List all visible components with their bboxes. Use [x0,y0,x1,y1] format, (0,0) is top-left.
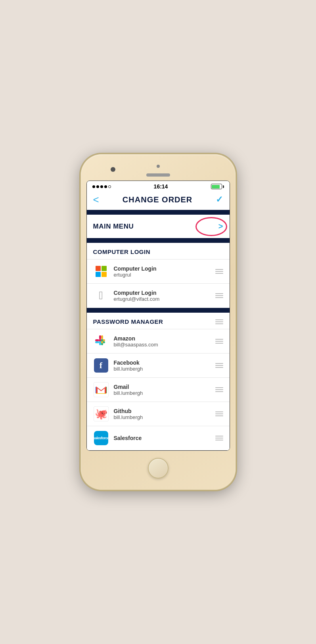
svg-rect-12 [101,341,103,343]
facebook-icon-container: f [93,358,109,373]
battery-fill [212,185,220,188]
drag-handle[interactable] [215,363,223,368]
apple-icon-container:  [93,288,109,304]
item-sub: bill@saaspass.com [114,342,215,348]
confirm-button[interactable]: ✓ [216,194,223,205]
signal-dot-3 [100,185,103,188]
status-time: 16:14 [154,183,168,190]
item-text: Computer Login ertugrul [114,265,215,278]
svg-rect-3 [101,335,103,339]
phone-camera [111,167,115,172]
svg-rect-2 [95,339,99,341]
section-drag-handle[interactable] [215,319,223,324]
github-icon-container: 🐙 [93,406,109,422]
phone-screen: 16:14 < CHANGE ORDER ✓ MAIN MENU > [86,181,230,451]
item-sub: ertugrul [114,272,215,278]
svg-rect-1 [99,335,101,339]
item-name: Computer Login [114,265,215,272]
github-icon: 🐙 [94,406,109,421]
list-item[interactable]: Gmail bill.lumbergh [87,378,230,402]
home-button[interactable] [148,458,169,479]
battery-tip [223,185,224,188]
main-menu-row[interactable]: MAIN MENU > [87,215,230,238]
page-title: CHANGE ORDER [123,195,192,204]
second-dark-band [87,308,230,313]
item-text: Gmail bill.lumbergh [114,384,215,396]
item-text: Salesforce [114,435,215,441]
phone-speaker [146,173,170,177]
top-dark-band [87,210,230,215]
gmail-icon [94,382,109,397]
computer-login-label: COMPUTER LOGIN [93,248,151,255]
win-blue [96,272,101,277]
drag-handle[interactable] [215,436,223,440]
slack-icon [94,334,109,349]
main-menu-label: MAIN MENU [93,223,134,231]
signal-dot-2 [96,185,99,188]
item-text: Github bill.lumbergh [114,408,215,420]
svg-rect-11 [99,341,101,343]
battery-indicator [211,184,224,189]
item-name: Gmail [114,384,215,390]
list-item[interactable]: 🐙 Github bill.lumbergh [87,402,230,426]
item-sub: bill.lumbergh [114,390,215,396]
phone-bottom [86,451,230,483]
item-sub: ertugrul@vifact.com [114,296,215,302]
list-item[interactable]: Amazon bill@saaspass.com [87,329,230,354]
item-name: Salesforce [114,435,215,441]
phone-dot [157,165,160,168]
computer-login-header: COMPUTER LOGIN [87,243,230,260]
svg-text:🐙: 🐙 [95,408,108,420]
item-sub: bill.lumbergh [114,366,215,372]
facebook-icon: f [94,358,108,373]
signal-indicator [92,185,111,188]
slack-icon-container [93,333,109,349]
salesforce-icon-container: salesforce [93,430,109,446]
item-text: Facebook bill.lumbergh [114,359,215,372]
windows-icon [96,266,107,277]
list-item[interactable]: f Facebook bill.lumbergh [87,354,230,378]
signal-dot-4 [104,185,107,188]
svg-rect-8 [95,341,99,343]
password-manager-section: PASSWORD MANAGER [87,313,230,450]
drag-handle[interactable] [215,293,223,298]
signal-dot-1 [92,185,95,188]
list-item[interactable]: salesforce Salesforce [87,426,230,450]
middle-dark-band [87,238,230,243]
back-button[interactable]: < [93,194,99,205]
item-name: Amazon [114,335,215,342]
battery-body [211,184,222,189]
item-text: Amazon bill@saaspass.com [114,335,215,348]
password-manager-header: PASSWORD MANAGER [87,313,230,329]
win-green [102,266,107,271]
drag-handle[interactable] [215,387,223,392]
phone-top-bar [86,161,230,181]
item-name: Computer Login [114,290,215,296]
signal-dot-5 [108,185,111,188]
main-menu-chevron[interactable]: > [218,222,223,231]
item-text: Computer Login ertugrul@vifact.com [114,290,215,302]
apple-icon:  [99,290,103,301]
drag-handle[interactable] [215,269,223,274]
gmail-icon-container [93,382,109,398]
svg-rect-9 [99,339,101,341]
status-bar: 16:14 [87,181,230,191]
salesforce-icon: salesforce [94,431,108,445]
item-name: Facebook [114,359,215,366]
svg-rect-10 [101,339,103,341]
windows-icon-container [93,263,109,279]
nav-header: < CHANGE ORDER ✓ [87,191,230,210]
item-sub: bill.lumbergh [114,414,215,420]
list-item[interactable]:  Computer Login ertugrul@vifact.com [87,284,230,308]
win-red [96,266,101,271]
drag-handle[interactable] [215,411,223,416]
item-name: Github [114,408,215,414]
list-item[interactable]: Computer Login ertugrul [87,260,230,284]
computer-login-section: COMPUTER LOGIN Computer Login ertugrul [87,243,230,308]
phone-frame: 16:14 < CHANGE ORDER ✓ MAIN MENU > [81,154,236,490]
password-manager-label: PASSWORD MANAGER [93,318,163,325]
drag-handle[interactable] [215,339,223,344]
win-yellow [102,272,107,277]
